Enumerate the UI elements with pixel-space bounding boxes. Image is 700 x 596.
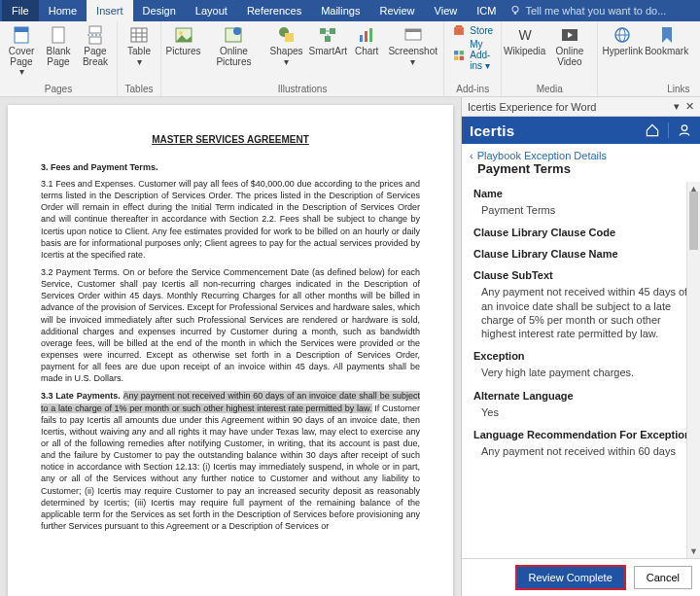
my-addins-button[interactable]: My Add-ins ▾ (448, 39, 497, 71)
svg-rect-24 (360, 35, 363, 42)
svg-rect-30 (454, 27, 464, 35)
pane-title-text: Icertis Experience for Word (468, 101, 596, 113)
pane-title-bar: Icertis Experience for Word ▾ ✕ (462, 97, 700, 117)
group-label-links: Links (602, 84, 700, 96)
svg-point-0 (512, 7, 518, 13)
wikipedia-button[interactable]: WWikipedia (506, 23, 543, 69)
group-label-illus: Illustrations (165, 84, 439, 96)
back-button[interactable]: ‹ Playbook Exception Details (462, 144, 700, 161)
tab-design[interactable]: Design (133, 0, 186, 21)
cross-ref-button[interactable]: Cross-reference (690, 23, 700, 69)
bookmark-button[interactable]: Bookmark (645, 23, 688, 69)
hyperlink-button[interactable]: Hyperlink (602, 23, 643, 69)
document-page: MASTER SERVICES AGREEMENT 3. Fees and Pa… (8, 105, 453, 596)
group-label-addins: Add-ins (448, 84, 497, 96)
field-subtext-value: Any payment not received within 45 days … (473, 285, 694, 340)
scroll-down-icon[interactable]: ▼ (687, 544, 700, 558)
svg-rect-21 (325, 36, 331, 42)
tab-layout[interactable]: Layout (186, 0, 237, 21)
svg-rect-28 (405, 29, 421, 32)
field-exception-value: Very high late payment charges. (473, 366, 694, 379)
smartart-button[interactable]: SmartArt (308, 23, 347, 69)
shapes-icon (277, 25, 297, 45)
brand-logo: Icertis (470, 123, 514, 139)
tab-review[interactable]: Review (370, 0, 425, 21)
addins-icon (452, 49, 466, 62)
pane-close-icon[interactable]: ✕ (685, 100, 694, 113)
para-3-1: 3.1 Fees and Expenses. Customer will pay… (41, 178, 420, 261)
scroll-thumb[interactable] (689, 192, 698, 250)
online-pictures-icon (224, 25, 243, 45)
ribbon-insert: Cover Page ▾ Blank Page Page Break Pages… (0, 21, 700, 97)
table-button[interactable]: Table ▾ (122, 23, 157, 69)
online-video-button[interactable]: Online Video (545, 23, 593, 69)
tab-view[interactable]: View (425, 0, 468, 21)
field-subtext-label: Clause SubText (473, 269, 694, 281)
online-pictures-button[interactable]: Online Pictures (203, 23, 264, 69)
svg-rect-4 (52, 27, 64, 43)
ribbon-group-links: Hyperlink Bookmark Cross-reference Links (598, 21, 700, 96)
tab-icm[interactable]: ICM (467, 0, 506, 21)
chart-button[interactable]: Chart (349, 23, 384, 69)
chevron-left-icon: ‹ (470, 150, 473, 161)
shapes-button[interactable]: Shapes ▾ (266, 23, 307, 69)
svg-rect-8 (131, 28, 147, 42)
ribbon-group-addins: Store My Add-ins ▾ Add-ins (444, 21, 502, 96)
svg-rect-34 (460, 55, 464, 59)
svg-rect-20 (330, 28, 335, 34)
ribbon-group-illus: Pictures Online Pictures Shapes ▾ SmartA… (161, 21, 444, 96)
page-break-button[interactable]: Page Break (78, 23, 113, 80)
bulb-icon (509, 5, 521, 17)
smartart-icon (318, 25, 337, 45)
tab-home[interactable]: Home (39, 0, 87, 21)
svg-rect-6 (89, 37, 101, 44)
svg-point-14 (179, 31, 183, 35)
group-label-pages: Pages (4, 84, 113, 96)
pictures-button[interactable]: Pictures (165, 23, 201, 69)
wikipedia-icon: W (515, 25, 535, 45)
home-icon[interactable] (645, 123, 660, 138)
svg-rect-19 (320, 28, 326, 34)
field-rec-value: Any payment not received within 60 days (473, 444, 694, 458)
tab-insert[interactable]: Insert (87, 0, 133, 21)
back-label: Playbook Exception Details (477, 150, 607, 161)
ribbon-group-pages: Cover Page ▾ Blank Page Page Break Pages (0, 21, 118, 96)
pane-scrollbar[interactable]: ▲ ▼ (686, 182, 700, 558)
hyperlink-icon (612, 25, 632, 45)
svg-rect-33 (454, 55, 458, 59)
sec3-heading: 3. Fees and Payment Terms. (41, 162, 420, 172)
cover-page-button[interactable]: Cover Page ▾ (4, 23, 39, 80)
group-label-media: Media (506, 84, 593, 96)
svg-rect-31 (454, 51, 458, 54)
tab-mailings[interactable]: Mailings (311, 0, 369, 21)
doc-title: MASTER SERVICES AGREEMENT (41, 134, 420, 145)
blank-page-icon (49, 25, 68, 45)
menu-bar: File Home Insert Design Layout Reference… (0, 0, 700, 21)
field-altlang-value: Yes (473, 405, 694, 419)
field-name-value: Payment Terms (473, 203, 694, 217)
tell-me-search[interactable]: Tell me what you want to do... (509, 5, 666, 17)
review-complete-button[interactable]: Review Complete (515, 565, 626, 590)
document-area[interactable]: MASTER SERVICES AGREEMENT 3. Fees and Pa… (0, 97, 461, 596)
blank-page-button[interactable]: Blank Page (41, 23, 76, 80)
field-rec-label: Language Recommendation For Exception (473, 429, 694, 440)
pane-footer: Review Complete Cancel (462, 558, 700, 596)
cancel-button[interactable]: Cancel (634, 566, 692, 589)
store-button[interactable]: Store (448, 23, 497, 37)
screenshot-button[interactable]: Screenshot ▾ (386, 23, 439, 69)
svg-marker-29 (455, 25, 463, 27)
tell-me-placeholder: Tell me what you want to do... (525, 5, 666, 17)
user-icon[interactable] (677, 123, 692, 138)
chart-icon (357, 25, 376, 45)
video-icon (560, 25, 579, 45)
svg-rect-18 (285, 33, 294, 42)
svg-rect-3 (15, 27, 28, 32)
field-altlang-label: Alternate Language (473, 390, 694, 402)
tab-references[interactable]: References (237, 0, 311, 21)
pane-menu-icon[interactable]: ▾ (674, 100, 680, 113)
svg-text:W: W (518, 27, 532, 43)
pane-body: Name Payment Terms Clause Library Clause… (462, 182, 700, 558)
field-cname-label: Clause Library Clause Name (473, 248, 694, 260)
page-break-icon (86, 25, 105, 45)
tab-file[interactable]: File (2, 0, 39, 21)
